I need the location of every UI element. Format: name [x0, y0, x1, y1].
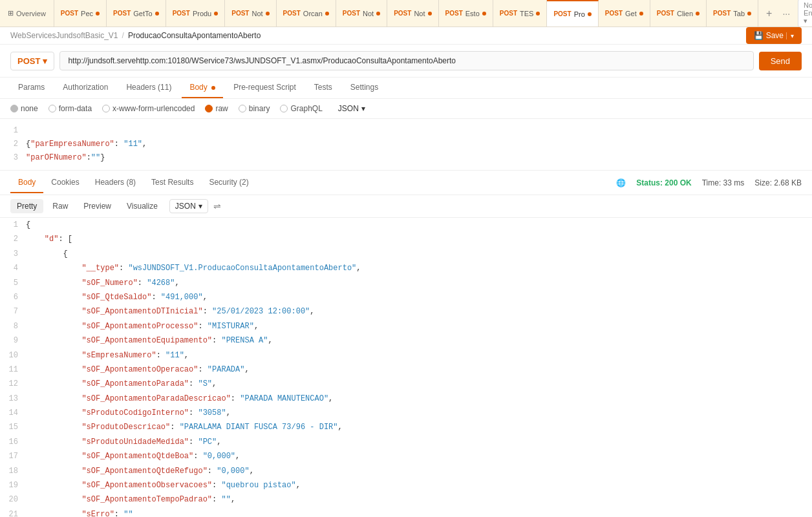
tab-clien[interactable]: POST Clien	[650, 0, 707, 27]
overview-label: Overview	[16, 10, 46, 17]
url-bar: POST ▾ Send	[0, 45, 812, 78]
resp-line-14: 14 "sProdutoCodigoInterno": "3058",	[0, 406, 812, 420]
save-icon: 💾	[754, 31, 764, 40]
resp-tab-security[interactable]: Security (2)	[201, 173, 256, 193]
tab-label: GetTo	[133, 10, 152, 17]
tab-label: Esto	[465, 10, 480, 17]
resp-tab-body[interactable]: Body	[10, 173, 43, 193]
tab-method: POST	[113, 10, 131, 17]
tab-settings[interactable]: Settings	[343, 78, 386, 98]
view-pretty-button[interactable]: Pretty	[10, 199, 43, 213]
tab-overview[interactable]: ⊞ Overview	[0, 0, 54, 27]
tab-not3[interactable]: POST Not	[387, 0, 438, 27]
breadcrumb-separator: /	[122, 31, 124, 40]
tab-label: Not	[363, 10, 374, 17]
request-line-1: 1	[0, 124, 812, 138]
resp-line-13: 13 "sOF_ApontamentoParadaDescricao": "PA…	[0, 392, 812, 406]
tab-authorization[interactable]: Authorization	[55, 78, 116, 98]
tab-body[interactable]: Body	[182, 78, 223, 98]
tab-tes[interactable]: POST TES	[493, 0, 548, 27]
tab-method: POST	[283, 10, 301, 17]
response-body: 1 { 2 "d": [ 3 { 4 "__type": "wsJUNDSOFT…	[0, 218, 812, 517]
wrap-icon[interactable]: ⇌	[213, 201, 221, 211]
resp-line-1: 1 {	[0, 218, 812, 232]
resp-line-17: 17 "sOF_ApontamentoQtdeBoa": "0,000",	[0, 449, 812, 463]
grid-icon: ⊞	[8, 9, 14, 17]
tab-orcan[interactable]: POST Orcan	[277, 0, 336, 27]
tab-params[interactable]: Params	[10, 78, 52, 98]
resp-line-20: 20 "sOF_ApontamentoTempoPadrao": "",	[0, 492, 812, 507]
resp-line-3: 3 {	[0, 247, 812, 261]
view-visualize-button[interactable]: Visualize	[120, 199, 164, 213]
tab-esto[interactable]: POST Esto	[439, 0, 493, 27]
tab-produ[interactable]: POST Produ	[166, 0, 226, 27]
tab-not2[interactable]: POST Not	[336, 0, 387, 27]
tab-dot	[155, 12, 159, 16]
resp-tab-headers[interactable]: Headers (8)	[87, 173, 144, 193]
resp-line-6: 6 "sOF_QtdeSaldo": "491,000",	[0, 290, 812, 304]
send-button[interactable]: Send	[759, 52, 802, 70]
main-layout: WebServicesJundsoftBasic_V1 / ProducaoCo…	[0, 27, 812, 517]
view-raw-button[interactable]: Raw	[46, 199, 74, 213]
tab-label: Pro	[574, 10, 585, 18]
format-chevron-icon: ▾	[361, 104, 365, 113]
tab-label: Tab	[733, 10, 745, 17]
resp-line-7: 7 "sOF_ApontamentoDTInicial": "25/01/202…	[0, 304, 812, 319]
request-line-3: 3 "parOFNumero":""}	[0, 151, 812, 165]
tab-label: Pec	[81, 10, 93, 17]
method-selector[interactable]: POST ▾	[10, 52, 54, 70]
tab-not1[interactable]: POST Not	[225, 0, 276, 27]
body-type-urlencoded[interactable]: x-www-form-urlencoded	[102, 104, 195, 113]
resp-line-21: 21 "sErro": ""	[0, 507, 812, 517]
response-format-selector[interactable]: JSON ▾	[169, 199, 208, 213]
request-tabs: Params Authorization Headers (11) Body P…	[0, 78, 812, 99]
view-preview-button[interactable]: Preview	[77, 199, 118, 213]
tab-method: POST	[173, 10, 190, 17]
tab-get[interactable]: POST Get	[599, 0, 650, 27]
tab-method: POST	[231, 10, 249, 17]
body-type-raw[interactable]: raw	[205, 104, 228, 113]
tab-method: POST	[500, 10, 517, 17]
tab-pec[interactable]: POST Pec	[54, 0, 107, 27]
save-button[interactable]: 💾 Save ▾	[746, 27, 802, 44]
tab-getto[interactable]: POST GetTo	[107, 0, 166, 27]
tab-tab[interactable]: POST Tab	[707, 0, 758, 27]
tab-headers-label: Headers (11)	[126, 83, 171, 92]
tab-method: POST	[553, 10, 571, 17]
tab-dot	[266, 12, 270, 16]
response-size: Size: 2.68 KB	[754, 178, 802, 187]
resp-line-18: 18 "sOF_ApontamentoQtdeRefugo": "0,000",	[0, 464, 812, 478]
tab-pro[interactable]: POST Pro	[547, 0, 598, 27]
resp-line-16: 16 "sProdutoUnidadeMedida": "PC",	[0, 435, 812, 449]
response-section: Body Cookies Headers (8) Test Results Se…	[0, 171, 812, 517]
tab-headers[interactable]: Headers (11)	[118, 78, 179, 98]
url-input[interactable]	[59, 51, 753, 70]
more-tabs-button[interactable]: ···	[780, 8, 793, 19]
format-selector[interactable]: JSON ▾	[338, 104, 365, 113]
globe-icon: 🌐	[616, 178, 626, 187]
resp-line-9: 9 "sOF_ApontamentoEquipamento": "PRENSA …	[0, 333, 812, 348]
request-body-editor[interactable]: 1 2 {"parEmpresaNumero": "11", 3 "parOFN…	[0, 119, 812, 171]
tab-method: POST	[445, 10, 463, 17]
tab-method: POST	[605, 10, 623, 17]
body-type-binary[interactable]: binary	[239, 104, 270, 113]
tab-tests[interactable]: Tests	[306, 78, 340, 98]
app-container: ⊞ Overview POST Pec POST GetTo POST Prod…	[0, 0, 812, 517]
environment-selector[interactable]: No Environ... ▾	[798, 0, 812, 27]
body-type-form-data[interactable]: form-data	[48, 104, 92, 113]
response-format-chevron-icon: ▾	[198, 202, 202, 211]
tab-bar-actions: + ··· No Environ... ▾	[758, 0, 812, 27]
chevron-down-icon: ▾	[804, 17, 807, 25]
resp-tab-cookies[interactable]: Cookies	[43, 173, 87, 193]
tab-prerequest-label: Pre-request Script	[233, 83, 296, 92]
tab-pre-request[interactable]: Pre-request Script	[226, 78, 304, 98]
tab-dot	[536, 12, 540, 16]
breadcrumb-current: ProducaoConsultaApontamentoAberto	[128, 31, 261, 40]
resp-tab-test-results[interactable]: Test Results	[144, 173, 201, 193]
tab-dot	[747, 12, 751, 16]
add-tab-button[interactable]: +	[764, 8, 775, 19]
body-type-none[interactable]: none	[10, 104, 38, 113]
graphql-radio	[280, 105, 288, 112]
body-type-graphql[interactable]: GraphQL	[280, 104, 322, 113]
tab-label: Produ	[193, 10, 211, 17]
